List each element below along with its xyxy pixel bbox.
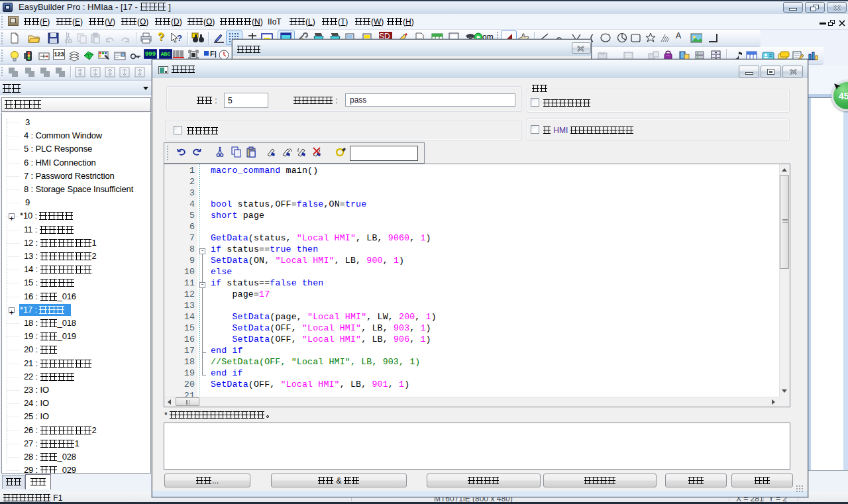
svg-text:?: ?: [177, 33, 182, 43]
